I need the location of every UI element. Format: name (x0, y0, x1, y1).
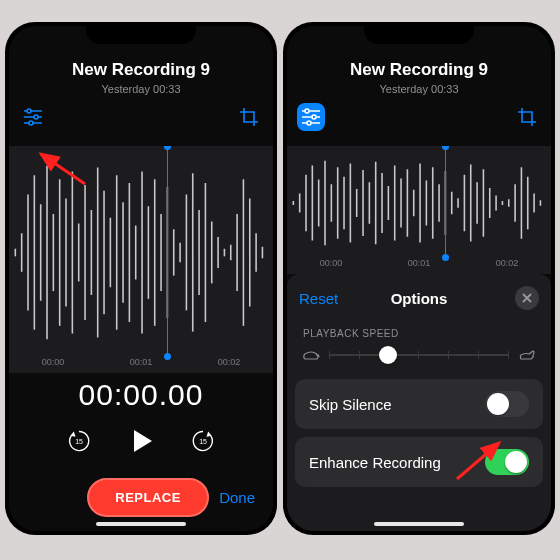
skip-silence-toggle[interactable] (485, 391, 529, 417)
enhance-recording-row: Enhance Recording (295, 437, 543, 487)
recording-subtitle: Yesterday 00:33 (287, 83, 551, 95)
svg-point-3 (34, 115, 38, 119)
skip-back-icon: 15 (66, 428, 92, 454)
play-button[interactable] (126, 426, 156, 460)
svg-text:15: 15 (199, 438, 207, 445)
title-area: New Recording 9 Yesterday 00:33 (9, 60, 273, 95)
svg-point-50 (305, 109, 309, 113)
crop-icon (239, 107, 259, 127)
playhead[interactable] (167, 146, 168, 357)
options-button-active[interactable] (297, 103, 325, 131)
done-button[interactable]: Done (219, 489, 255, 506)
replace-button[interactable]: REPLACE (87, 478, 209, 517)
recording-title: New Recording 9 (287, 60, 551, 80)
options-sheet: Reset Options PLAYBACK SPEED (287, 274, 551, 531)
waveform-area[interactable]: 00:0000:0100:02 (9, 146, 273, 373)
sliders-icon (23, 108, 43, 126)
svg-text:15: 15 (75, 438, 83, 445)
hare-icon (517, 348, 537, 362)
playhead[interactable] (445, 146, 446, 258)
svg-point-5 (29, 121, 33, 125)
waveform (9, 156, 273, 349)
skip-silence-row: Skip Silence (295, 379, 543, 429)
svg-point-52 (312, 115, 316, 119)
play-icon (126, 426, 156, 456)
title-area: New Recording 9 Yesterday 00:33 (287, 60, 551, 95)
home-indicator[interactable] (374, 522, 464, 526)
trim-button[interactable] (513, 103, 541, 131)
skip-back-button[interactable]: 15 (66, 428, 92, 458)
close-button[interactable] (515, 286, 539, 310)
sheet-title: Options (391, 290, 448, 307)
skip-forward-icon: 15 (190, 428, 216, 454)
slider-thumb[interactable] (379, 346, 397, 364)
close-icon (522, 293, 532, 303)
enhance-recording-toggle[interactable] (485, 449, 529, 475)
options-button[interactable] (19, 103, 47, 131)
svg-point-54 (307, 121, 311, 125)
two-phone-layout: New Recording 9 Yesterday 00:33 (5, 22, 555, 535)
enhance-recording-label: Enhance Recording (309, 454, 441, 471)
trim-button[interactable] (235, 103, 263, 131)
timeline-ticks: 00:0000:0100:02 (287, 258, 551, 272)
phone-left: New Recording 9 Yesterday 00:33 (5, 22, 277, 535)
sliders-icon (301, 108, 321, 126)
section-label: PLAYBACK SPEED (287, 320, 551, 345)
svg-point-1 (27, 109, 31, 113)
reset-button[interactable]: Reset (299, 290, 338, 307)
phone-right: New Recording 9 Yesterday 00:33 (283, 22, 555, 535)
time-display: 00:00.00 (9, 378, 273, 412)
skip-forward-button[interactable]: 15 (190, 428, 216, 458)
recording-subtitle: Yesterday 00:33 (9, 83, 273, 95)
recording-title: New Recording 9 (9, 60, 273, 80)
status-bar (9, 26, 273, 54)
tortoise-icon (301, 348, 321, 362)
crop-icon (517, 107, 537, 127)
status-bar (287, 26, 551, 54)
playback-speed-row (287, 345, 551, 379)
transport-controls: 15 15 (9, 426, 273, 460)
home-indicator[interactable] (96, 522, 186, 526)
skip-silence-label: Skip Silence (309, 396, 392, 413)
speed-slider[interactable] (329, 345, 509, 365)
waveform (287, 156, 551, 250)
waveform-area[interactable]: 00:0000:0100:02 (287, 146, 551, 274)
